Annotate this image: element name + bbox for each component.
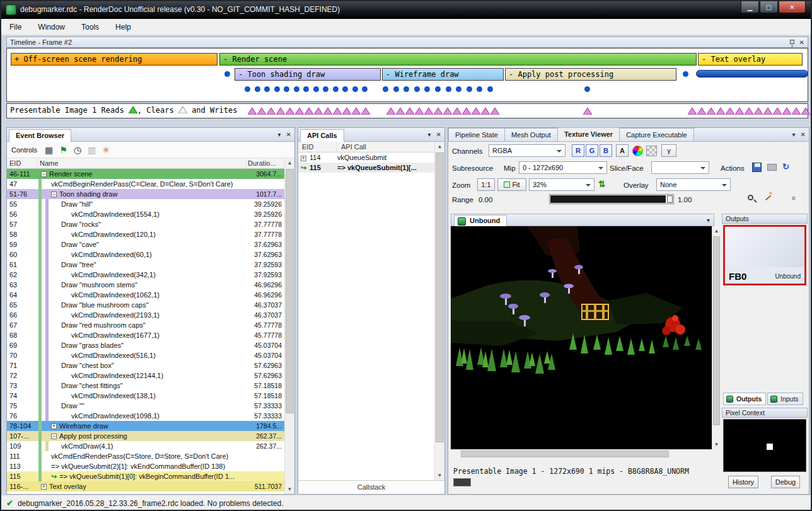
event-browser-tab[interactable]: Event Browser (9, 129, 71, 142)
gamma-button[interactable]: γ (661, 144, 676, 157)
event-row[interactable]: 55Draw "hill"39.25926 (7, 199, 284, 209)
close-icon[interactable]: ✕ (801, 131, 806, 139)
column-api-call[interactable]: API Call (337, 142, 434, 152)
timeline-body[interactable]: + Off-screen scene rendering - Render sc… (6, 48, 808, 102)
range-handle[interactable] (667, 195, 673, 203)
save-texture-icon[interactable] (752, 163, 762, 172)
event-browser-header[interactable]: Event Browser ▾ ✕ (7, 128, 294, 142)
timeline-block-toon[interactable]: - Toon shading draw (235, 68, 381, 81)
timeline-draw-dot[interactable] (383, 86, 388, 92)
timeline-block-offscreen[interactable]: + Off-screen scene rendering (11, 53, 218, 66)
tab-texture-viewer[interactable]: Texture Viewer (557, 127, 620, 141)
autofit-wand-icon[interactable] (763, 193, 772, 202)
pixel-context-view[interactable] (723, 419, 806, 472)
timeline-draw-dot[interactable] (446, 86, 451, 92)
collapse-icon[interactable]: − (51, 192, 57, 197)
event-row[interactable]: 57Draw "rocks"37.77778 (7, 219, 284, 229)
timeline-draw-dot[interactable] (255, 86, 260, 92)
event-row[interactable]: 59Draw "cave"37.62963 (7, 239, 284, 250)
statistics-icon[interactable]: ▥ (88, 145, 96, 155)
timeline-draw-dot[interactable] (456, 86, 461, 92)
event-row[interactable]: 73Draw "chest fittings"57.18518 (7, 381, 284, 391)
outputs-header[interactable]: Outputs (722, 214, 808, 224)
column-eid[interactable]: EID (7, 158, 37, 168)
event-row[interactable]: 65Draw "blue mushroom caps"46.37037 (7, 300, 284, 310)
event-row[interactable]: 56vkCmdDrawIndexed(1554,1)39.25926 (7, 209, 284, 219)
scroll-up-icon[interactable]: ▲ (435, 142, 444, 151)
tab-pipeline-state[interactable]: Pipeline State (448, 128, 505, 141)
expand-icon[interactable]: + (41, 484, 47, 490)
event-row[interactable]: 68vkCmdDrawIndexed(1677,1)45.77778 (7, 330, 284, 340)
event-row[interactable]: 70vkCmdDrawIndexed(516,1)45.03704 (7, 350, 284, 360)
timeline-draw-dot[interactable] (294, 86, 299, 92)
timeline-draw-dot[interactable] (393, 86, 399, 92)
title-bar[interactable]: debugmarker.rdc - RenderDoc Unofficial r… (1, 1, 811, 19)
chevron-down-icon[interactable]: ▾ (707, 217, 710, 224)
tab-outputs[interactable]: Outputs (723, 393, 766, 405)
minimize-button[interactable]: ▁ (741, 1, 759, 13)
event-row[interactable]: 64vkCmdDrawIndexed(1062,1)46.96296 (7, 290, 284, 300)
texture-hscrollbar[interactable] (451, 449, 712, 458)
event-row[interactable]: 62vkCmdDrawIndexed(342,1)37.92593 (7, 270, 284, 280)
timeline-draw-dot[interactable] (352, 86, 358, 92)
export-icon[interactable] (767, 164, 777, 171)
flip-y-icon[interactable]: ⇅ (598, 179, 606, 189)
api-call-row[interactable]: ↪115=> vkQueueSubmit(1)[... (298, 163, 434, 173)
timeline-draw-dot[interactable] (467, 86, 472, 92)
chevron-down-icon[interactable]: ▾ (278, 131, 281, 139)
channels-select[interactable]: RGBA (489, 144, 566, 157)
event-row[interactable]: 66vkCmdDrawIndexed(2193,1)46.37037 (7, 310, 284, 320)
event-row[interactable]: 75Draw ""57.33333 (7, 401, 284, 411)
timeline-draw-dot[interactable] (342, 86, 348, 92)
timeline-block-text-overlay[interactable]: - Text overlay (698, 53, 803, 66)
history-button[interactable]: History (728, 476, 758, 488)
scroll-up-icon[interactable]: ▲ (285, 158, 294, 168)
timeline-draw-dot[interactable] (303, 86, 309, 92)
column-name[interactable]: Name (37, 158, 246, 168)
event-row[interactable]: 72vkCmdDrawIndexed(12144,1)57.62963 (7, 370, 284, 381)
timeline-usage-row[interactable]: Presentable Image 1 Reads , Clears and W… (6, 103, 808, 118)
timeline-draw-dot[interactable] (264, 86, 270, 92)
timeline-event-dot[interactable] (224, 71, 230, 77)
event-row[interactable]: 67Draw "red mushroom caps"45.77778 (7, 320, 284, 330)
close-icon[interactable]: ✕ (286, 131, 291, 139)
event-row[interactable]: 111vkCmdEndRenderPass(C=Store, D=Store, … (7, 451, 284, 461)
timeline-activity-bar[interactable] (696, 70, 808, 78)
event-row[interactable]: 107-...−Apply post processing262.37... (7, 431, 284, 441)
scroll-down-icon[interactable]: ▼ (435, 471, 444, 480)
timeline-draw-dot[interactable] (487, 86, 493, 92)
expand-icon[interactable]: + (51, 423, 57, 429)
scroll-up-icon[interactable]: ▲ (712, 226, 721, 236)
event-row[interactable]: 78-104+Wireframe draw1784.5... (7, 421, 284, 431)
event-browser-scrollbar[interactable]: ▲ ▼ (284, 158, 294, 494)
fb0-thumbnail[interactable]: FB0 Unbound (723, 225, 806, 285)
collapse-icon[interactable]: − (41, 171, 47, 177)
channel-b-button[interactable]: B (600, 144, 612, 157)
timeline-draw-dot[interactable] (284, 86, 289, 92)
event-row[interactable]: 46-111−Render scene3064.7... (7, 169, 284, 179)
timeline-draw-dot[interactable] (245, 86, 250, 92)
event-row[interactable]: 115↪=> vkQueueSubmit(1)[0]: vkBeginComma… (7, 471, 284, 481)
debug-button[interactable]: Debug (771, 476, 800, 488)
overflow-menu-icon[interactable]: ≡ (792, 195, 796, 202)
zoom-percent-select[interactable]: 32% (529, 178, 594, 191)
scrollbar-thumb[interactable] (436, 152, 444, 442)
event-table-header[interactable]: EID Name Duratio... (7, 158, 284, 169)
event-row[interactable]: 74vkCmdDrawIndexed(138,1)57.18518 (7, 391, 284, 401)
event-row[interactable]: 113=> vkQueueSubmit(2)[1]: vkEndCommandB… (7, 461, 284, 471)
event-row[interactable]: 47vkCmdBeginRenderPass(C=Clear, D=Clear,… (7, 179, 284, 189)
api-table-header[interactable]: EID API Call (298, 142, 434, 152)
timeline-draw-dot[interactable] (403, 86, 409, 92)
color-wheel-icon[interactable] (632, 146, 643, 156)
api-calls-scrollbar[interactable]: ▲ ▼ (434, 142, 444, 480)
event-row[interactable]: 69Draw "grass blades"45.03704 (7, 340, 284, 350)
timeline-draw-dot[interactable] (477, 86, 482, 92)
options-icon[interactable]: ✳ (102, 145, 110, 155)
collapse-icon[interactable]: − (51, 433, 57, 439)
expand-icon[interactable]: + (301, 156, 306, 161)
api-calls-tab[interactable]: API Calls (300, 129, 344, 142)
column-eid[interactable]: EID (298, 142, 337, 152)
event-row[interactable]: 51-76−Toon shading draw1017.7... (7, 189, 284, 199)
menu-file[interactable]: File (1, 19, 30, 35)
event-row[interactable]: 63Draw "mushroom stems"46.96296 (7, 280, 284, 290)
